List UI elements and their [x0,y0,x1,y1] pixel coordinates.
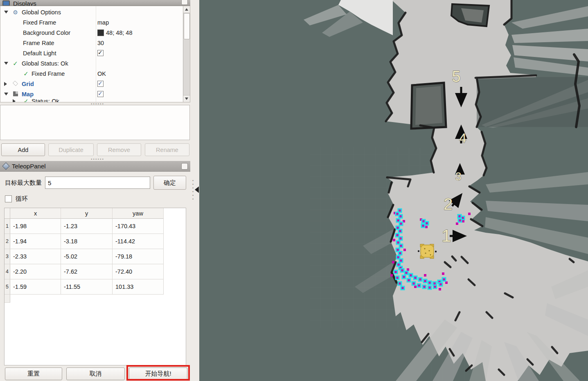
status-ok-check-icon [23,70,29,77]
global-options-label: Global Options [22,9,61,16]
cell-yaw[interactable]: -79.18 [113,249,164,264]
duplicate-button: Duplicate [48,143,94,156]
global-status-label: Global Status: Ok [22,60,68,67]
cell-yaw[interactable]: -72.40 [113,264,164,279]
row-header[interactable]: 3 [5,249,10,264]
tree-row-fixed-frame-status[interactable]: Fixed Frame OK [0,68,190,79]
grid-checkbox[interactable] [97,81,104,87]
rviz-window: Displays ⚙ Global Options Fixed Frame ma… [0,0,588,381]
waypoint-5-label: 5 [452,68,460,85]
max-goals-input[interactable] [45,177,150,189]
cell-y[interactable]: -7.62 [61,264,113,279]
col-header-corner [5,208,10,219]
col-header-y[interactable]: y [61,208,113,219]
triangle-down-icon [185,98,188,100]
default-light-checkbox[interactable] [97,50,104,56]
frame-rate-value[interactable]: 30 [97,40,104,46]
max-goals-label: 目标最大数量 [5,177,42,189]
cell-yaw[interactable]: -170.43 [113,219,164,234]
tree-row-default-light[interactable]: Default Light [0,48,190,58]
tree-row-map[interactable]: Map [0,89,190,99]
fixed-frame-label: Fixed Frame [23,19,56,26]
loop-row: 循环 [5,195,28,203]
start-navigation-button[interactable]: 开始导航! [129,367,187,380]
cell-x[interactable]: -1.98 [10,219,61,234]
background-color-value[interactable]: 48; 48; 48 [97,29,133,36]
cell-x[interactable]: -1.59 [10,279,61,295]
cell-yaw[interactable]: 101.33 [113,279,164,295]
splitter-dots: •••••• [192,179,194,201]
cell-y[interactable]: -1.23 [61,219,113,234]
displays-button-row: Add Duplicate Remove Rename [0,143,190,156]
teleop-title: TeleopPanel [12,163,46,170]
row-header[interactable]: 2 [5,234,10,249]
displays-icon [2,0,10,6]
add-button[interactable]: Add [1,143,45,156]
row-header[interactable]: 1 [5,219,10,234]
cell-y[interactable]: -3.18 [61,234,113,249]
rename-button: Rename [145,143,189,156]
remove-button: Remove [97,143,141,156]
panel-map-splitter[interactable]: •••••• [190,0,199,381]
col-header-x[interactable]: x [10,208,61,219]
map-checkbox[interactable] [97,91,104,97]
collapse-panel-icon[interactable] [195,186,199,193]
fixed-frame-status-label: Fixed Frame [32,70,65,77]
default-light-label: Default Light [23,50,56,57]
tree-scrollbar[interactable] [183,6,190,102]
background-color-label: Background Color [23,29,70,36]
panel-diamond-icon [2,162,9,170]
displays-tree: ⚙ Global Options Fixed Frame map Backgro… [0,6,190,102]
tree-row-global-status[interactable]: Global Status: Ok [0,58,190,68]
fixed-frame-value[interactable]: map [97,19,109,26]
confirm-button[interactable]: 确定 [153,176,186,190]
status-ok-check-icon [12,60,18,67]
teleop-titlebar[interactable]: TeleopPanel [0,161,190,172]
gear-icon: ⚙ [12,9,18,16]
reset-button[interactable]: 重置 [5,367,62,380]
cell-x[interactable]: -1.94 [10,234,61,249]
cell-x[interactable]: -2.20 [10,264,61,279]
displays-float-button[interactable] [181,0,188,5]
collapse-arrow-icon[interactable] [4,11,8,14]
loop-checkbox[interactable] [5,195,12,202]
displays-titlebar[interactable]: Displays [0,0,190,6]
tree-row-grid[interactable]: Grid [0,79,190,89]
robot-marker [418,244,437,259]
status-ok-check-icon [23,99,29,102]
map-status-label: Status: Ok [32,99,59,102]
waypoint-3-label: 3 [455,170,461,183]
grid-display-icon [12,81,18,87]
waypoint-1-label: 1 [442,226,451,245]
expand-arrow-icon[interactable] [13,99,16,102]
grid-label: Grid [22,81,34,87]
row-header[interactable]: 5 [5,279,10,295]
cell-x[interactable]: -2.33 [10,249,61,264]
background-color-text: 48; 48; 48 [106,29,133,36]
cell-yaw[interactable]: -114.42 [113,234,164,249]
display-description-box [0,105,190,140]
fixed-frame-status-value: OK [97,70,106,77]
rviz-3d-viewport[interactable]: 1 2 3 4 5 [199,0,588,381]
scrollbar-thumb[interactable] [184,13,190,39]
triangle-up-icon [185,8,188,11]
col-header-yaw[interactable]: yaw [113,208,164,219]
cancel-button[interactable]: 取消 [66,367,125,380]
tree-row-global-options[interactable]: ⚙ Global Options [0,7,190,17]
left-panel-column: Displays ⚙ Global Options Fixed Frame ma… [0,0,199,381]
scroll-up-button[interactable] [183,6,190,13]
map-display-icon [12,91,18,98]
waypoint-2-label: 2 [444,195,453,213]
expand-arrow-icon[interactable] [4,82,7,86]
collapse-arrow-icon[interactable] [4,62,8,65]
waypoint-table: x y yaw 1 -1.98 -1.23 -170.43 2 -1.94 -3… [4,208,186,365]
row-header[interactable]: 4 [5,264,10,279]
teleop-float-button[interactable] [181,163,188,170]
tree-row-fixed-frame[interactable]: Fixed Frame map [0,17,190,27]
scroll-down-button[interactable] [183,95,190,102]
tree-row-frame-rate[interactable]: Frame Rate 30 [0,38,190,48]
collapse-arrow-icon[interactable] [4,93,8,95]
cell-y[interactable]: -5.02 [61,249,113,264]
tree-row-background-color[interactable]: Background Color 48; 48; 48 [0,27,190,38]
cell-y[interactable]: -11.55 [61,279,113,295]
